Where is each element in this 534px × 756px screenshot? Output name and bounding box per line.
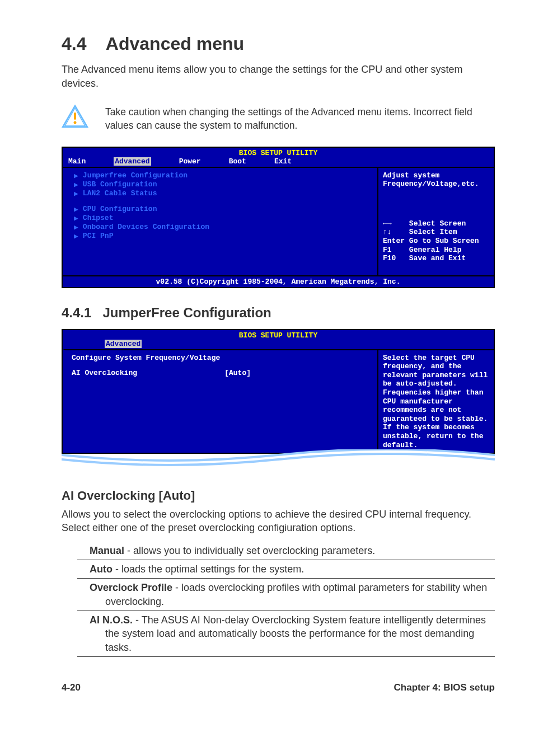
bios-item: ▶PCI PnP — [74, 232, 372, 241]
svg-point-3 — [74, 121, 77, 124]
bios-item: ▶Onboard Devices Configuration — [74, 223, 372, 232]
arrow-icon: ▶ — [74, 189, 78, 198]
bios-screenshot-advanced: BIOS SETUP UTILITY Main Advanced Power B… — [62, 147, 495, 288]
arrow-icon: ▶ — [74, 180, 78, 189]
ai-overclocking-heading: AI Overclocking [Auto] — [62, 489, 495, 503]
section-number: 4.4 — [62, 34, 86, 54]
bios-setting-label: AI Overclocking — [72, 369, 137, 377]
arrow-icon: ▶ — [74, 232, 78, 241]
bios-item: ▶Jumperfree Configuration — [74, 171, 372, 180]
bios-menu-advanced: Advanced — [114, 157, 151, 166]
bios-config-heading: Configure System Frequency/Voltage — [72, 354, 372, 362]
bios-menubar: Advanced — [63, 340, 494, 349]
subsection-title: JumperFree Configuration — [102, 305, 271, 320]
subsection-heading: 4.4.1 JumperFree Configuration — [62, 305, 495, 321]
caution-block: Take caution when changing the settings … — [62, 105, 495, 132]
svg-rect-2 — [74, 112, 76, 120]
bios-setting-row: AI Overclocking [Auto] — [72, 369, 251, 377]
bios-help-text: Select the target CPU frequency, and the… — [383, 354, 489, 450]
section-heading: 4.4 Advanced menu — [62, 34, 495, 54]
caution-text: Take caution when changing the settings … — [105, 105, 495, 132]
bios-menubar: Main Advanced Power Boot Exit — [63, 157, 494, 167]
arrow-icon: ▶ — [74, 214, 78, 223]
chapter-label: Chapter 4: BIOS setup — [394, 682, 495, 693]
option-auto: Auto - loads the optimal settings for th… — [77, 560, 495, 579]
bios-right-pane: Select the target CPU frequency, and the… — [378, 349, 494, 453]
bios-left-pane: Configure System Frequency/Voltage AI Ov… — [63, 349, 378, 453]
arrow-icon: ▶ — [74, 205, 78, 214]
option-overclock-profile: Overclock Profile - loads overclocking p… — [77, 579, 495, 611]
bios-item: ▶USB Configuration — [74, 180, 372, 189]
option-manual: Manual - allows you to individually set … — [77, 542, 495, 560]
bios-menu-main: Main — [68, 157, 86, 166]
arrow-icon: ▶ — [74, 171, 78, 180]
bios-menu-advanced: Advanced — [105, 340, 142, 348]
bios-title: BIOS SETUP UTILITY — [63, 148, 494, 157]
bios-item: ▶Chipset — [74, 214, 372, 223]
bios-menu-power: Power — [179, 157, 201, 166]
subsection-number: 4.4.1 — [62, 305, 91, 320]
option-ai-nos: AI N.O.S. - The ASUS AI Non-delay Overcl… — [77, 611, 495, 657]
ai-overclocking-paragraph: Allows you to select the overclocking op… — [62, 508, 495, 535]
bios-item: ▶CPU Configuration — [74, 205, 372, 214]
bios-item: ▶LAN2 Cable Status — [74, 189, 372, 198]
page-footer: 4-20 Chapter 4: BIOS setup — [62, 682, 495, 693]
bios-screenshot-jumperfree: BIOS SETUP UTILITY Advanced Configure Sy… — [62, 329, 495, 454]
bios-key-hints: ←→ Select Screen ↑↓ Select Item Enter Go… — [383, 219, 489, 263]
bios-right-pane: Adjust system Frequency/Voltage,etc. ←→ … — [378, 167, 494, 275]
caution-icon — [62, 105, 88, 128]
intro-paragraph: The Advanced menu items allow you to cha… — [62, 63, 495, 91]
bios-setting-value: [Auto] — [224, 369, 251, 377]
section-title: Advanced menu — [106, 34, 244, 54]
page-number: 4-20 — [62, 682, 81, 693]
torn-edge-effect — [62, 449, 495, 472]
bios-menu-boot: Boot — [229, 157, 246, 166]
bios-left-pane: ▶Jumperfree Configuration ▶USB Configura… — [63, 167, 378, 275]
bios-menu-exit: Exit — [274, 157, 292, 166]
bios-title: BIOS SETUP UTILITY — [63, 330, 494, 340]
bios-footer: v02.58 (C)Copyright 1985-2004, American … — [63, 275, 494, 287]
bios-help-text: Adjust system Frequency/Voltage,etc. — [383, 171, 489, 189]
arrow-icon: ▶ — [74, 223, 78, 232]
